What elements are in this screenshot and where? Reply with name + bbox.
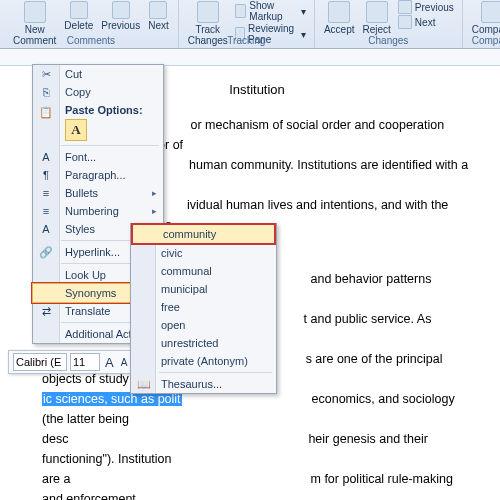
group-comments: NewComment Delete Previous Next Comments xyxy=(4,0,179,48)
numbering-icon: ≡ xyxy=(38,203,54,219)
previous-comment-button[interactable]: Previous xyxy=(98,0,143,32)
track-changes-button[interactable]: TrackChanges xyxy=(185,0,231,47)
thesaurus-item[interactable]: 📖Thesaurus... xyxy=(131,375,276,393)
next-comment-button[interactable]: Next xyxy=(145,0,172,32)
accept-icon xyxy=(328,1,350,23)
font-size-input[interactable] xyxy=(70,353,100,371)
synonym-item[interactable]: civic xyxy=(131,244,276,262)
font-icon: A xyxy=(38,149,54,165)
compare-button[interactable]: Compare xyxy=(469,0,500,36)
synonym-item[interactable]: private (Antonym) xyxy=(131,352,276,370)
group-label: Compare xyxy=(472,35,500,48)
menu-font[interactable]: AFont... xyxy=(33,148,163,166)
translate-icon: ⇄ xyxy=(38,303,54,319)
group-label: Changes xyxy=(368,35,408,48)
group-changes: Accept Reject Previous Next Changes xyxy=(315,0,463,48)
changes-next-button[interactable]: Next xyxy=(396,15,456,29)
accept-button[interactable]: Accept xyxy=(321,0,358,36)
paste-options-header: 📋Paste Options: xyxy=(33,101,163,117)
previous-icon xyxy=(112,1,130,19)
cut-icon xyxy=(38,66,54,82)
synonym-item[interactable]: communal xyxy=(131,262,276,280)
menu-paragraph[interactable]: ¶Paragraph... xyxy=(33,166,163,184)
grow-font-button[interactable]: A xyxy=(103,355,116,370)
shrink-font-button[interactable]: A xyxy=(119,357,130,368)
track-changes-icon xyxy=(197,1,219,23)
next-icon xyxy=(149,1,167,19)
synonym-item[interactable]: open xyxy=(131,316,276,334)
group-compare: Compare Compare xyxy=(463,0,500,48)
reject-icon xyxy=(366,1,388,23)
menu-bullets[interactable]: ≡Bullets xyxy=(33,184,163,202)
compare-icon xyxy=(481,1,500,23)
delete-icon xyxy=(70,1,88,19)
synonym-item[interactable]: unrestricted xyxy=(131,334,276,352)
new-comment-icon xyxy=(24,1,46,23)
styles-icon: A xyxy=(38,221,54,237)
new-comment-button[interactable]: NewComment xyxy=(10,0,59,47)
font-name-input[interactable] xyxy=(13,353,67,371)
copy-icon xyxy=(38,84,54,100)
menu-copy[interactable]: Copy xyxy=(33,83,163,101)
menu-cut[interactable]: Cut xyxy=(33,65,163,83)
group-tracking: TrackChanges Show Markup ▾ Reviewing Pan… xyxy=(179,0,315,48)
paragraph-icon: ¶ xyxy=(38,167,54,183)
synonym-item[interactable]: free xyxy=(131,298,276,316)
show-markup-button[interactable]: Show Markup ▾ xyxy=(233,0,308,22)
group-label: Tracking xyxy=(227,35,265,48)
thesaurus-icon: 📖 xyxy=(136,376,152,392)
bullets-icon: ≡ xyxy=(38,185,54,201)
reject-button[interactable]: Reject xyxy=(359,0,393,36)
synonym-item[interactable]: community xyxy=(131,223,276,245)
ribbon: NewComment Delete Previous Next Comments… xyxy=(0,0,500,49)
synonym-item[interactable]: municipal xyxy=(131,280,276,298)
next-icon xyxy=(398,15,412,29)
synonyms-submenu: community civic communal municipal free … xyxy=(130,223,277,394)
changes-previous-button[interactable]: Previous xyxy=(396,0,456,14)
paste-keep-formatting[interactable]: A xyxy=(65,119,87,141)
paste-icon: 📋 xyxy=(38,104,54,120)
group-label: Comments xyxy=(67,35,115,48)
previous-icon xyxy=(398,0,412,14)
menu-numbering[interactable]: ≡Numbering xyxy=(33,202,163,220)
hyperlink-icon: 🔗 xyxy=(38,244,54,260)
delete-comment-button[interactable]: Delete xyxy=(61,0,96,32)
markup-icon xyxy=(235,4,247,18)
